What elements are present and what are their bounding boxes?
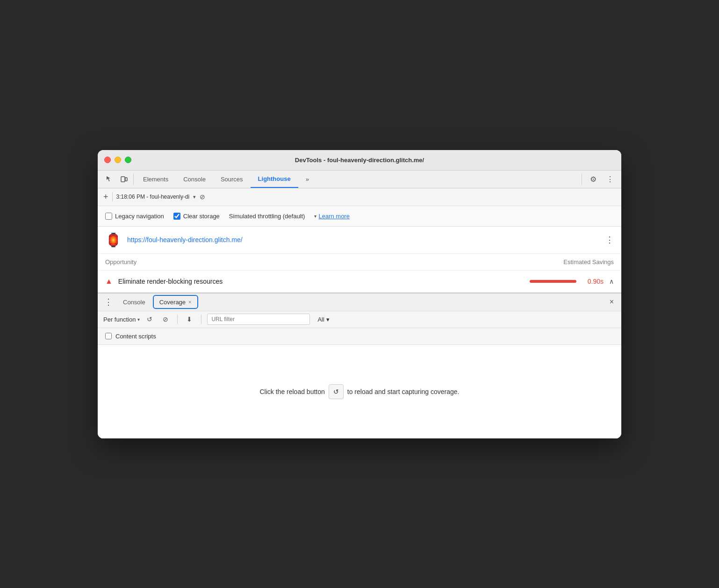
url-display: 3:18:06 PM - foul-heavenly-di — [116, 194, 190, 200]
tab-elements[interactable]: Elements — [136, 170, 176, 188]
learn-more-link[interactable]: Learn more — [318, 213, 349, 220]
drawer-menu-icon[interactable]: ⋮ — [101, 297, 115, 307]
content-scripts-label: Content scripts — [115, 333, 156, 340]
device-icon[interactable] — [116, 172, 131, 186]
all-dropdown-arrow-icon: ▾ — [326, 316, 330, 323]
clear-storage-checkbox[interactable] — [173, 213, 180, 220]
coverage-tab-close-icon[interactable]: × — [188, 299, 191, 305]
url-separator — [112, 192, 113, 201]
add-recording-button[interactable]: + — [103, 193, 108, 201]
settings-icon[interactable]: ⚙ — [586, 172, 601, 186]
legacy-navigation-label[interactable]: Legacy navigation — [105, 213, 164, 220]
lighthouse-main: 🏮 https://foul-heavenly-direction.glitch… — [98, 227, 621, 293]
console-drawer-tab[interactable]: Console — [117, 293, 151, 311]
lighthouse-url: https://foul-heavenly-direction.glitch.m… — [127, 236, 600, 244]
url-filter-input[interactable] — [207, 314, 310, 325]
download-coverage-icon[interactable]: ⬇ — [183, 313, 195, 325]
legacy-navigation-checkbox[interactable] — [105, 213, 112, 220]
tab-sources[interactable]: Sources — [213, 170, 251, 188]
content-scripts-row: Content scripts — [98, 328, 621, 345]
devtools-tab-bar: Elements Console Sources Lighthouse » ⚙ … — [98, 171, 621, 188]
clear-storage-label[interactable]: Clear storage — [173, 213, 220, 220]
per-function-arrow-icon: ▾ — [137, 317, 140, 322]
lighthouse-url-row: 🏮 https://foul-heavenly-direction.glitch… — [98, 227, 621, 254]
content-scripts-checkbox[interactable] — [105, 333, 112, 339]
coverage-toolbar: Per function ▾ ↺ ⊘ ⬇ All ▾ — [98, 311, 621, 328]
coverage-tab-bar: ⋮ Console Coverage × × — [98, 294, 621, 311]
throttling-dropdown-icon[interactable]: ▾ — [314, 214, 316, 219]
more-options-icon[interactable]: ⋮ — [603, 172, 618, 186]
block-icon[interactable]: ⊘ — [200, 193, 205, 201]
tab-lighthouse[interactable]: Lighthouse — [251, 170, 298, 188]
lighthouse-logo-icon: 🏮 — [105, 232, 122, 248]
block-coverage-icon[interactable]: ⊘ — [159, 313, 172, 325]
tab-console[interactable]: Console — [176, 170, 213, 188]
devtools-window: DevTools - foul-heavenly-direction.glitc… — [98, 150, 621, 438]
title-bar: DevTools - foul-heavenly-direction.glitc… — [98, 150, 621, 171]
minimize-button[interactable] — [115, 157, 121, 163]
reload-coverage-icon[interactable]: ↺ — [144, 313, 156, 325]
opportunity-row: ▲ Eliminate render-blocking resources 0.… — [98, 271, 621, 293]
savings-bar — [530, 280, 576, 283]
drawer-close-icon[interactable]: × — [606, 298, 618, 306]
reload-inline-button[interactable]: ↺ — [329, 384, 344, 399]
url-dropdown-icon[interactable]: ▾ — [193, 194, 196, 200]
options-bar: Legacy navigation Clear storage Simulate… — [98, 206, 621, 227]
opportunity-label: Opportunity — [105, 258, 137, 265]
reload-message: Click the reload button ↺ to reload and … — [259, 384, 459, 399]
per-function-dropdown[interactable]: Per function ▾ — [103, 316, 140, 323]
all-dropdown[interactable]: All ▾ — [314, 316, 333, 323]
opportunity-header: Opportunity Estimated Savings — [98, 254, 621, 271]
inspect-icon[interactable] — [101, 172, 116, 186]
url-bar: + 3:18:06 PM - foul-heavenly-di ▾ ⊘ — [98, 188, 621, 206]
savings-time: 0.90s — [588, 278, 604, 285]
coverage-drawer: ⋮ Console Coverage × × Per function ▾ ↺ … — [98, 293, 621, 438]
throttling-text: Simulated throttling (default) — [229, 213, 305, 220]
lighthouse-more-icon[interactable]: ⋮ — [605, 235, 614, 245]
svg-rect-1 — [125, 178, 127, 181]
chevron-up-icon[interactable]: ∧ — [609, 278, 614, 285]
right-separator — [582, 173, 582, 185]
toolbar-separator-2 — [201, 315, 201, 324]
savings-label: Estimated Savings — [563, 258, 614, 265]
coverage-drawer-tab[interactable]: Coverage × — [153, 295, 198, 309]
traffic-lights — [104, 157, 131, 163]
opportunity-title: Eliminate render-blocking resources — [118, 278, 524, 285]
close-button[interactable] — [104, 157, 111, 163]
tab-separator — [133, 173, 134, 185]
window-title: DevTools - foul-heavenly-direction.glitc… — [295, 157, 424, 164]
learn-more-container: ▾ Learn more — [314, 213, 349, 220]
warning-icon: ▲ — [105, 277, 113, 286]
svg-rect-0 — [121, 177, 125, 182]
tab-more[interactable]: » — [298, 170, 316, 188]
devtools-right-icons: ⚙ ⋮ — [580, 172, 618, 186]
maximize-button[interactable] — [125, 157, 131, 163]
toolbar-separator — [177, 315, 178, 324]
coverage-content: Click the reload button ↺ to reload and … — [98, 345, 621, 438]
